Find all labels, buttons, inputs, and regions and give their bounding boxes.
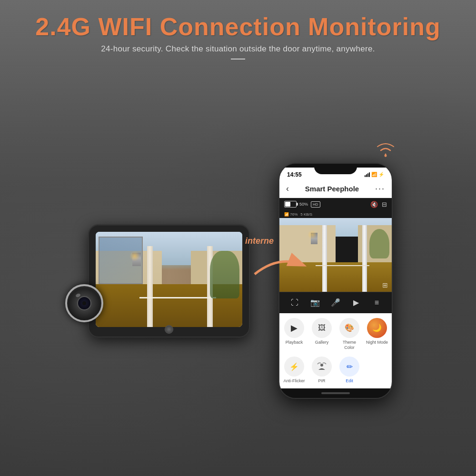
porch-light-glow xyxy=(129,251,140,261)
camera-overlay-icon: ⊞ xyxy=(382,281,388,289)
hd-badge: HD xyxy=(311,201,320,208)
app-nav: ‹ Smart Peephole ··· xyxy=(279,180,392,198)
camera-lens-inner xyxy=(77,296,91,310)
phone-porch-trees xyxy=(369,229,389,258)
night-mode-icon-symbol: 🌙 xyxy=(372,323,382,332)
more-menu-button[interactable]: ··· xyxy=(375,184,385,194)
device-container: interne xyxy=(88,224,250,337)
night-mode-icon: 🌙 xyxy=(367,318,387,338)
wifi-speed-row: 📶 76% 5 KB/S xyxy=(279,211,392,218)
feature-edit[interactable]: ✏ Edit xyxy=(337,357,361,384)
phone-porch-col2 xyxy=(362,225,367,292)
record-button[interactable]: ▶ xyxy=(349,296,363,309)
battery-icon xyxy=(284,201,297,208)
edit-icon: ✏ xyxy=(339,357,359,377)
phone-porch-col1 xyxy=(322,225,327,292)
svg-point-2 xyxy=(320,364,323,367)
pir-icon xyxy=(312,357,332,377)
feature-theme-color[interactable]: 🎨 Theme Color xyxy=(337,318,361,350)
internet-label: interne xyxy=(245,236,274,246)
porch-column-left xyxy=(147,246,153,327)
feature-night-mode[interactable]: 🌙 Night Mode xyxy=(365,318,389,350)
porch-trees xyxy=(210,251,239,298)
phone-bottom xyxy=(279,388,392,398)
signal-bar-2 xyxy=(366,174,367,177)
signal-bar-3 xyxy=(367,173,368,177)
theme-icon-symbol: 🎨 xyxy=(345,323,354,332)
anti-flicker-icon: ⚡ xyxy=(284,357,304,377)
wifi-percent: 📶 76% xyxy=(284,212,298,217)
home-bar xyxy=(321,392,350,394)
camera-lens-dot xyxy=(82,301,86,305)
gallery-icon: 🖼 xyxy=(312,318,332,338)
speed-label: 5 KB/S xyxy=(300,212,312,217)
toolbar-right: 🔇 ⊟ xyxy=(370,201,387,208)
status-icons: 📶 ⚡ xyxy=(365,172,384,177)
playback-icon-symbol: ▶ xyxy=(291,323,298,333)
header: 2.4G WIFI Connection Monitoring 24-hour … xyxy=(0,0,476,60)
status-time: 14:55 xyxy=(287,171,302,178)
edit-label: Edit xyxy=(346,378,353,384)
app-title: Smart Peephole xyxy=(305,185,359,193)
arrow-svg xyxy=(250,250,307,279)
feature-anti-flicker[interactable]: ⚡ Anti-Flicker xyxy=(282,357,306,384)
feature-pir[interactable]: PIR xyxy=(310,357,334,384)
notch xyxy=(314,164,357,174)
settings-button[interactable]: ≡ xyxy=(370,296,383,309)
back-button[interactable]: ‹ xyxy=(286,184,289,194)
app-toolbar: 50% HD 🔇 ⊟ xyxy=(279,198,392,211)
wifi-signal-area xyxy=(374,139,397,160)
main-title: 2.4G WIFI Connection Monitoring xyxy=(0,13,476,40)
battery-fill xyxy=(285,202,290,207)
wifi-status-icon: 📶 xyxy=(371,172,377,177)
anti-flicker-label: Anti-Flicker xyxy=(283,378,305,384)
wifi-icon xyxy=(374,139,397,158)
divider xyxy=(231,59,245,60)
camera-lens xyxy=(65,284,103,322)
night-mode-label: Night Mode xyxy=(366,340,388,345)
signal-bar-4 xyxy=(369,172,370,177)
toolbar-left: 50% HD xyxy=(284,201,320,208)
theme-color-icon: 🎨 xyxy=(339,318,359,338)
svg-point-1 xyxy=(385,154,387,157)
content-area: interne xyxy=(0,86,476,476)
pir-label: PIR xyxy=(318,378,325,384)
feature-grid: ▶ Playback 🖼 Gallery 🎨 Theme Color xyxy=(279,313,392,355)
anti-flicker-symbol: ⚡ xyxy=(289,362,299,371)
feature-grid-2: ⚡ Anti-Flicker PIR xyxy=(279,355,392,388)
pir-icon-svg xyxy=(317,361,327,372)
porch-railing xyxy=(139,297,216,298)
phone-porch-rail xyxy=(316,265,369,266)
gallery-icon-symbol: 🖼 xyxy=(318,324,326,332)
mic-button[interactable]: 🎤 xyxy=(329,296,342,309)
battery-percent: 50% xyxy=(299,202,308,207)
gallery-label: Gallery xyxy=(315,340,329,345)
edit-icon-symbol: ✏ xyxy=(347,362,353,371)
feature-empty xyxy=(365,357,389,384)
phone-porch-lampglow xyxy=(307,230,317,239)
controls-row: ⛶ 📷 🎤 ▶ ≡ xyxy=(279,292,392,313)
mute-icon[interactable]: 🔇 xyxy=(370,201,378,208)
feature-gallery[interactable]: 🖼 Gallery xyxy=(310,318,334,350)
sub-title: 24-hour security. Check the situation ou… xyxy=(0,44,476,54)
arrow-container: interne xyxy=(250,250,307,281)
playback-label: Playback xyxy=(286,340,303,345)
playback-icon: ▶ xyxy=(284,318,304,338)
door-viewer-device xyxy=(88,224,250,337)
device-button[interactable] xyxy=(165,325,173,334)
fullscreen-button[interactable]: ⛶ xyxy=(288,296,301,309)
battery-status-icon: ⚡ xyxy=(378,172,384,177)
snapshot-button[interactable]: 📷 xyxy=(308,296,322,309)
signal-bar-1 xyxy=(365,175,366,177)
porch-image xyxy=(96,232,242,327)
layout-icon[interactable]: ⊟ xyxy=(382,201,387,208)
feature-playback[interactable]: ▶ Playback xyxy=(282,318,306,350)
theme-color-label: Theme Color xyxy=(337,340,361,350)
device-screen xyxy=(96,232,242,327)
signal-bars-icon xyxy=(365,172,370,177)
